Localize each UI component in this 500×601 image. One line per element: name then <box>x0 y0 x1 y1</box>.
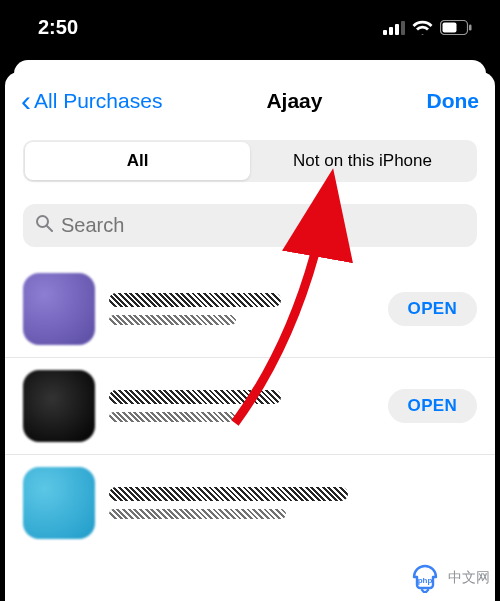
php-logo-icon: php <box>408 563 442 593</box>
app-icon <box>23 273 95 345</box>
watermark-text: 中文网 <box>448 569 490 587</box>
open-button[interactable]: OPEN <box>388 389 477 423</box>
svg-line-8 <box>47 226 52 231</box>
list-item[interactable] <box>5 455 495 551</box>
status-time: 2:50 <box>38 16 78 39</box>
redacted-title <box>109 293 281 307</box>
segment-all[interactable]: All <box>25 142 250 180</box>
svg-rect-6 <box>469 25 472 31</box>
app-text <box>109 390 374 422</box>
redacted-subtitle <box>109 509 286 519</box>
page-title: Ajaay <box>266 89 322 113</box>
back-button[interactable]: ‹ All Purchases <box>21 86 162 116</box>
svg-text:php: php <box>418 576 433 585</box>
segment-not-on-iphone[interactable]: Not on this iPhone <box>250 142 475 180</box>
status-bar: 2:50 <box>0 0 500 55</box>
redacted-title <box>109 487 348 501</box>
list-item[interactable]: OPEN <box>5 358 495 455</box>
svg-rect-1 <box>389 27 393 35</box>
cellular-icon <box>383 21 405 35</box>
status-indicators <box>383 20 472 35</box>
battery-icon <box>440 20 472 35</box>
app-list: OPEN OPEN <box>5 261 495 551</box>
redacted-subtitle <box>109 412 236 422</box>
search-icon <box>35 214 53 237</box>
app-text <box>109 293 374 325</box>
search-field[interactable] <box>23 204 477 247</box>
modal-sheet: ‹ All Purchases Ajaay Done All Not on th… <box>5 72 495 601</box>
segmented-control: All Not on this iPhone <box>23 140 477 182</box>
redacted-title <box>109 390 281 404</box>
search-input[interactable] <box>61 214 465 237</box>
chevron-left-icon: ‹ <box>21 86 31 116</box>
done-button[interactable]: Done <box>427 89 480 113</box>
app-icon <box>23 467 95 539</box>
redacted-subtitle <box>109 315 236 325</box>
back-label: All Purchases <box>34 89 162 113</box>
svg-rect-5 <box>443 23 457 33</box>
app-text <box>109 487 477 519</box>
open-button[interactable]: OPEN <box>388 292 477 326</box>
navigation-bar: ‹ All Purchases Ajaay Done <box>5 72 495 126</box>
svg-rect-0 <box>383 30 387 35</box>
watermark: php 中文网 <box>408 563 490 593</box>
wifi-icon <box>412 20 433 35</box>
app-icon <box>23 370 95 442</box>
svg-rect-2 <box>395 24 399 35</box>
list-item[interactable]: OPEN <box>5 261 495 358</box>
svg-rect-3 <box>401 21 405 35</box>
